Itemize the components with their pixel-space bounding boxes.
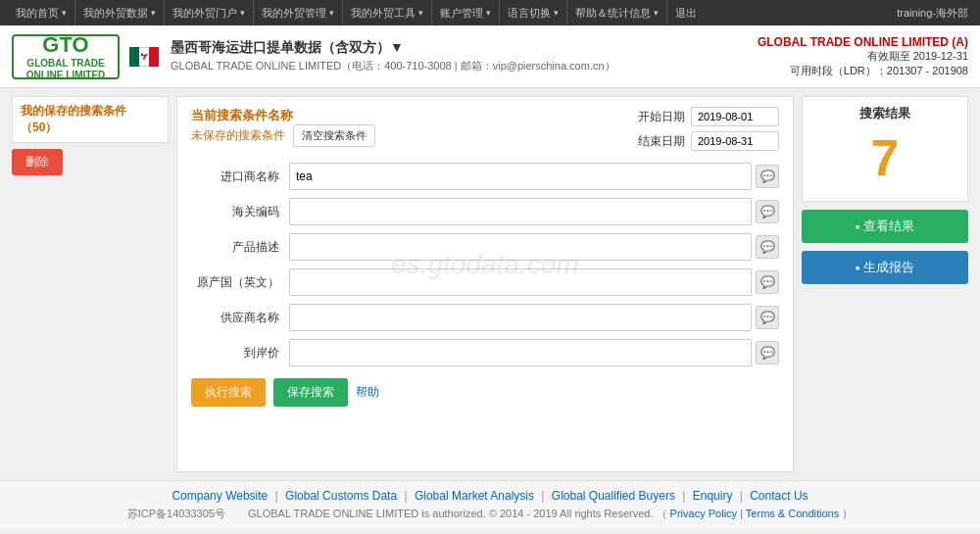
field-label-origin-country: 原产国（英文）: [191, 274, 289, 291]
field-row-product-desc: 产品描述 💬: [191, 233, 779, 261]
field-row-supplier: 供应商名称 💬: [191, 304, 779, 331]
page-footer: Company Website | Global Customs Data | …: [0, 480, 980, 529]
footer-links-row: Company Website | Global Customs Data | …: [12, 489, 968, 503]
chat-icon-1[interactable]: 💬: [756, 200, 779, 223]
header-right: GLOBAL TRADE ONLINE LIMITED (A) 有效期至 201…: [758, 35, 968, 78]
execute-search-button[interactable]: 执行搜索: [191, 378, 266, 407]
footer-enquiry-link[interactable]: Enquiry: [693, 489, 733, 503]
form-fields-body: es.gtodata.com 进口商名称 💬 海关编码 💬 产品描述 💬 原产国…: [191, 163, 779, 366]
field-row-landed-price: 到岸价 💬: [191, 339, 779, 366]
main-content: 我的保存的搜索条件（50） 删除 当前搜索条件名称 未保存的搜索条件 清空搜索条…: [0, 88, 980, 480]
chevron-down-icon: ▾: [554, 8, 559, 18]
nav-home[interactable]: 我的首页 ▾: [8, 0, 75, 25]
unsaved-label: 未保存的搜索条件: [191, 127, 285, 144]
report-icon: ▪: [856, 261, 860, 275]
customs-code-input[interactable]: [289, 198, 752, 225]
footer-global-customs-link[interactable]: Global Customs Data: [285, 489, 397, 503]
chevron-down-icon: ▾: [151, 8, 156, 18]
results-count: 7: [810, 132, 959, 183]
chevron-down-icon: ▾: [418, 8, 423, 18]
save-search-button[interactable]: 保存搜索: [273, 378, 348, 407]
generate-report-button[interactable]: ▪ 生成报告: [802, 251, 968, 284]
nav-trade-data[interactable]: 我的外贸数据 ▾: [75, 0, 165, 25]
header-title-block: 墨西哥海运进口提单数据（含双方）▼ GLOBAL TRADE ONLINE LI…: [171, 39, 615, 73]
chevron-down-icon: ▾: [654, 8, 659, 18]
right-panel: 搜索结果 7 ▪ 查看结果 ▪ 生成报告: [802, 96, 968, 472]
footer-global-market-link[interactable]: Global Market Analysis: [415, 489, 534, 503]
start-date-input[interactable]: [691, 107, 779, 126]
header-left: GTO GLOBAL TRADE ONLINE LIMITED 🦅 墨西哥海运进…: [12, 34, 615, 79]
date-section: 开始日期 结束日期: [638, 107, 779, 151]
logo-gto-text: GTO: [16, 32, 116, 58]
nav-language[interactable]: 语言切换 ▾: [500, 0, 567, 25]
field-label-customs-code: 海关编码: [191, 204, 289, 220]
footer-contact-link[interactable]: Contact Us: [750, 489, 808, 503]
bar-chart-icon: ▪: [856, 219, 860, 234]
field-row-origin-country: 原产国（英文） 💬: [191, 268, 779, 296]
logo: GTO GLOBAL TRADE ONLINE LIMITED: [12, 34, 120, 79]
country-flag-mexico: 🦅: [129, 46, 161, 68]
start-date-row: 开始日期: [638, 107, 779, 126]
field-row-customs-code: 海关编码 💬: [191, 198, 779, 225]
chat-icon-5[interactable]: 💬: [756, 341, 779, 364]
form-top-row: 当前搜索条件名称 未保存的搜索条件 清空搜索条件 开始日期 结束日期: [191, 107, 779, 157]
start-date-label: 开始日期: [638, 109, 685, 125]
page-title: 墨西哥海运进口提单数据（含双方）▼: [171, 39, 615, 57]
chevron-down-icon: ▾: [329, 8, 334, 18]
valid-until: 有效期至 2019-12-31: [758, 49, 968, 64]
ldr-period: 可用时段（LDR）：201307 - 201908: [758, 64, 968, 78]
importer-name-input[interactable]: [289, 163, 752, 190]
chevron-down-icon: ▾: [486, 8, 491, 18]
view-results-button[interactable]: ▪ 查看结果: [802, 210, 968, 243]
nav-logout[interactable]: 退出: [667, 0, 705, 25]
chat-icon-3[interactable]: 💬: [756, 270, 779, 294]
flag-icon: 🦅: [129, 47, 159, 67]
field-row-importer: 进口商名称 💬: [191, 163, 779, 190]
supplier-name-input[interactable]: [289, 304, 752, 331]
end-date-label: 结束日期: [638, 133, 685, 150]
chat-icon-0[interactable]: 💬: [756, 165, 779, 188]
end-date-input[interactable]: [691, 131, 779, 151]
field-label-supplier: 供应商名称: [191, 310, 289, 326]
clear-conditions-button[interactable]: 清空搜索条件: [293, 124, 375, 147]
chat-icon-2[interactable]: 💬: [756, 235, 779, 259]
footer-company-website-link[interactable]: Company Website: [172, 489, 268, 503]
privacy-policy-link[interactable]: Privacy Policy: [670, 508, 737, 519]
unsaved-row: 未保存的搜索条件 清空搜索条件: [191, 124, 375, 147]
field-label-importer: 进口商名称: [191, 169, 289, 185]
chevron-down-icon: ▾: [240, 8, 245, 18]
search-form: 当前搜索条件名称 未保存的搜索条件 清空搜索条件 开始日期 结束日期 es.gt…: [176, 96, 794, 472]
field-label-product-desc: 产品描述: [191, 239, 289, 256]
product-desc-input[interactable]: [289, 233, 752, 261]
nav-tools[interactable]: 我的外贸工具 ▾: [343, 0, 432, 25]
origin-country-input[interactable]: [289, 268, 752, 296]
terms-conditions-link[interactable]: Terms & Conditions: [746, 508, 839, 519]
icp-number: 苏ICP备14033305号: [127, 508, 225, 519]
page-subtitle: GLOBAL TRADE ONLINE LIMITED（电话：400-710-3…: [171, 59, 615, 73]
logo-sub-text: GLOBAL TRADE ONLINE LIMITED: [16, 58, 116, 81]
nav-items-left: 我的首页 ▾ 我的外贸数据 ▾ 我的外贸门户 ▾ 我的外贸管理 ▾ 我的外贸工具…: [8, 0, 705, 25]
results-title: 搜索结果: [810, 105, 959, 122]
nav-help[interactable]: 帮助＆统计信息 ▾: [567, 0, 667, 25]
page-header: GTO GLOBAL TRADE ONLINE LIMITED 🦅 墨西哥海运进…: [0, 25, 980, 88]
chevron-down-icon: ▾: [62, 8, 67, 18]
end-date-row: 结束日期: [638, 131, 779, 151]
sidebar-title: 我的保存的搜索条件（50）: [12, 96, 169, 143]
footer-global-buyers-link[interactable]: Global Qualified Buyers: [552, 489, 675, 503]
nav-account[interactable]: 账户管理 ▾: [432, 0, 500, 25]
search-results-box: 搜索结果 7: [802, 96, 968, 202]
landed-price-input[interactable]: [289, 339, 752, 366]
help-button[interactable]: 帮助: [356, 384, 379, 401]
field-label-landed-price: 到岸价: [191, 345, 289, 362]
form-title-unsaved: 当前搜索条件名称 未保存的搜索条件 清空搜索条件: [191, 107, 375, 157]
nav-portal[interactable]: 我的外贸门户 ▾: [165, 0, 254, 25]
user-session-label: training-海外部: [897, 6, 972, 21]
delete-button[interactable]: 删除: [12, 149, 63, 175]
top-navigation: 我的首页 ▾ 我的外贸数据 ▾ 我的外贸门户 ▾ 我的外贸管理 ▾ 我的外贸工具…: [0, 0, 980, 25]
sidebar: 我的保存的搜索条件（50） 删除: [12, 96, 169, 472]
nav-management[interactable]: 我的外贸管理 ▾: [254, 0, 343, 25]
footer-copyright: 苏ICP备14033305号 GLOBAL TRADE ONLINE LIMIT…: [12, 507, 968, 521]
chat-icon-4[interactable]: 💬: [756, 306, 779, 329]
form-section-title: 当前搜索条件名称: [191, 107, 375, 124]
form-buttons: 执行搜索 保存搜索 帮助: [191, 378, 779, 407]
